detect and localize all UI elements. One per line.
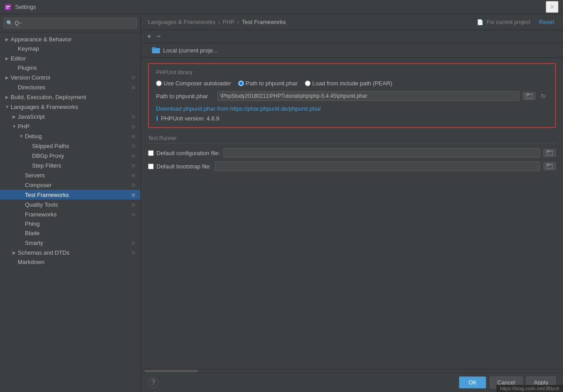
sidebar-item-skipped-paths[interactable]: Skipped Paths ⊞ [0, 141, 140, 151]
close-button[interactable]: ✕ [546, 1, 559, 13]
search-icon: 🔍 [6, 20, 13, 26]
sidebar-item-debug[interactable]: ▼ Debug ⊞ [0, 131, 140, 141]
sidebar-item-blade[interactable]: Blade [0, 228, 140, 238]
radio-composer-option[interactable]: Use Composer autoloader [156, 80, 231, 87]
download-link[interactable]: Download phpunit.phar from https://phar.… [156, 105, 548, 112]
sidebar-item-label: Languages & Frameworks [11, 104, 137, 110]
page-icon: ⊞ [130, 74, 137, 81]
radio-pear-option[interactable]: Load from include path (PEAR) [305, 80, 392, 87]
svg-rect-1 [6, 6, 10, 7]
ok-button[interactable]: OK [459, 376, 486, 388]
bootstrap-label: Default bootstrap file: [156, 163, 211, 170]
add-button[interactable]: + [144, 32, 154, 41]
page-icon: ⊞ [130, 211, 137, 218]
sidebar-item-label: Test Frameworks [25, 192, 130, 198]
local-item-label: Local (current proje... [163, 47, 218, 54]
sidebar-item-label: Debug [25, 133, 130, 140]
sidebar-item-appearance[interactable]: ▶ Appearance & Behavior [0, 34, 140, 44]
info-icon: ℹ [156, 115, 158, 122]
config-checkbox[interactable] [148, 150, 154, 156]
breadcrumb-sep2: › [237, 19, 239, 25]
config-input[interactable] [224, 148, 540, 158]
sidebar-item-label: Phing [25, 220, 137, 227]
bootstrap-input[interactable] [215, 161, 540, 171]
sidebar-item-label: Plugins [18, 64, 137, 71]
arrow-icon: ▶ [11, 249, 18, 256]
page-icon: ⊞ [130, 201, 137, 208]
sidebar-tree: ▶ Appearance & Behavior Keymap ▶ Editor … [0, 32, 140, 392]
sidebar-item-directories[interactable]: Directories ⊞ [0, 82, 140, 92]
refresh-button[interactable]: ↻ [539, 92, 548, 100]
sidebar-item-frameworks[interactable]: Frameworks ⊞ [0, 209, 140, 219]
radio-path-option[interactable]: Path to phpunit.phar [238, 80, 298, 87]
scroll-area [141, 369, 563, 372]
browse-button[interactable] [523, 92, 535, 100]
project-label: 📄 For current project [477, 19, 530, 25]
sidebar-item-label: Servers [25, 172, 130, 179]
sidebar-item-javascript[interactable]: ▶ JavaScript ⊞ [0, 112, 140, 121]
radio-composer[interactable] [156, 80, 162, 86]
search-input[interactable] [4, 18, 137, 28]
remove-button[interactable]: − [154, 32, 163, 41]
page-icon: ⊞ [130, 181, 137, 188]
sidebar-item-label: Smarty [25, 240, 130, 246]
search-box: 🔍 [0, 14, 140, 32]
version-text: PHPUnit version: 4.8.9 [161, 115, 220, 122]
sidebar-item-label: PHP [18, 123, 130, 130]
sidebar-item-label: DBGp Proxy [32, 152, 130, 159]
page-icon: ⊞ [130, 132, 137, 140]
page-icon: ⊞ [130, 239, 137, 246]
page-icon: ⊞ [130, 191, 137, 198]
local-item[interactable]: Local (current proje... [144, 45, 559, 56]
sidebar-item-plugins[interactable]: Plugins [0, 63, 140, 72]
radio-path[interactable] [238, 80, 244, 86]
sidebar-item-version-control[interactable]: ▶ Version Control ⊞ [0, 72, 140, 82]
page-icon: ⊞ [130, 249, 137, 256]
radio-composer-label: Use Composer autoloader [164, 80, 231, 87]
path-input[interactable] [217, 91, 519, 101]
sidebar-item-test-frameworks[interactable]: Test Frameworks ⊞ [0, 190, 140, 200]
local-icon [152, 47, 160, 54]
content-header: Languages & Frameworks › PHP › Test Fram… [141, 14, 563, 30]
sidebar-item-servers[interactable]: Servers ⊞ [0, 170, 140, 180]
content-area: Languages & Frameworks › PHP › Test Fram… [141, 14, 563, 392]
bootstrap-checkbox-wrapper: Default bootstrap file: [148, 163, 211, 170]
path-field-row: Path to phpunit.phar ↻ [156, 91, 548, 101]
sidebar-item-step-filters[interactable]: Step Filters ⊞ [0, 160, 140, 170]
sidebar-item-composer[interactable]: Composer ⊞ [0, 180, 140, 190]
page-icon: ⊞ [130, 123, 137, 130]
sidebar-item-dbgp[interactable]: DBGp Proxy ⊞ [0, 151, 140, 160]
sidebar-item-languages[interactable]: ▼ Languages & Frameworks [0, 102, 140, 112]
bootstrap-browse-button[interactable] [543, 162, 556, 170]
breadcrumb-part1: Languages & Frameworks [148, 19, 216, 25]
breadcrumb-current: Test Frameworks [242, 19, 286, 25]
sidebar-item-label: Version Control [11, 74, 130, 81]
sidebar-item-markdown[interactable]: Markdown [0, 257, 140, 267]
svg-rect-0 [5, 4, 11, 10]
config-browse-button[interactable] [543, 149, 556, 157]
sidebar-item-smarty[interactable]: Smarty ⊞ [0, 238, 140, 248]
app-icon [4, 4, 12, 11]
reset-button[interactable]: Reset [537, 18, 556, 26]
phpunit-library-section: PHPUnit library Use Composer autoloader … [148, 63, 556, 128]
sidebar-item-editor[interactable]: ▶ Editor [0, 53, 140, 63]
breadcrumb-part2: PHP [223, 19, 235, 25]
phpunit-section-title: PHPUnit library [156, 69, 548, 76]
sidebar-item-schemas[interactable]: ▶ Schemas and DTDs ⊞ [0, 248, 140, 257]
sidebar-item-build[interactable]: ▶ Build, Execution, Deployment [0, 92, 140, 102]
bootstrap-file-row: Default bootstrap file: [148, 161, 556, 171]
page-icon: ⊞ [130, 152, 137, 159]
radio-pear[interactable] [305, 80, 311, 86]
help-button[interactable]: ? [148, 377, 159, 388]
sidebar-item-quality-tools[interactable]: Quality Tools ⊞ [0, 200, 140, 209]
sidebar-item-keymap[interactable]: Keymap [0, 44, 140, 53]
arrow-icon: ▶ [4, 93, 11, 100]
sidebar-item-label: Blade [25, 230, 137, 236]
config-file-row: Default configuration file: [148, 148, 556, 158]
panel-content: PHPUnit library Use Composer autoloader … [141, 58, 563, 369]
sidebar-item-phing[interactable]: Phing [0, 219, 140, 228]
main-container: 🔍 ▶ Appearance & Behavior Keymap ▶ Edito… [0, 14, 563, 392]
sidebar-item-php[interactable]: ▼ PHP ⊞ [0, 121, 140, 131]
breadcrumb: Languages & Frameworks › PHP › Test Fram… [148, 19, 477, 25]
bootstrap-checkbox[interactable] [148, 164, 154, 169]
